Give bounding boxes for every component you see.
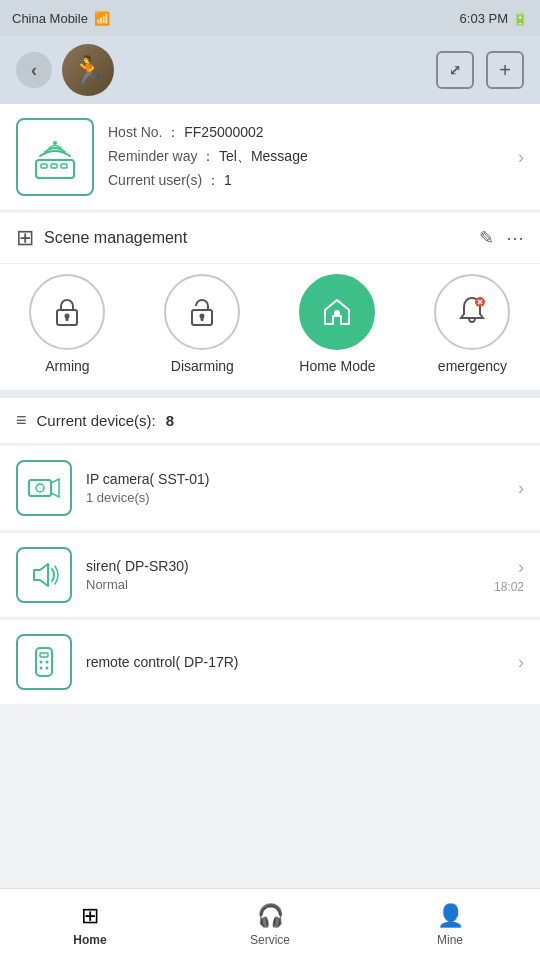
arming-circle — [29, 274, 105, 350]
grid-icon: ⊞ — [16, 225, 34, 251]
time-display: 6:03 PM — [460, 11, 508, 26]
ip-camera-list-item[interactable]: IP camera( SST-01) 1 device(s) › — [0, 446, 540, 531]
siren-icon-container — [16, 547, 72, 603]
svg-rect-15 — [29, 480, 51, 496]
add-button[interactable]: + — [486, 51, 524, 89]
device-details: Host No. ： FF25000002 Reminder way ： Tel… — [108, 121, 504, 192]
plus-icon: + — [499, 59, 511, 82]
carrier-icons: 📶 — [94, 11, 110, 26]
home-nav-item[interactable]: ⊞ Home — [0, 903, 180, 947]
devices-count: 8 — [166, 412, 174, 429]
svg-point-23 — [46, 667, 49, 670]
ip-camera-icon-container — [16, 460, 72, 516]
chevron-right-icon: › — [518, 147, 524, 168]
chevron-right-icon: › — [518, 652, 524, 673]
disarming-mode-button[interactable]: Disarming — [164, 274, 240, 374]
svg-rect-3 — [61, 164, 67, 168]
expand-icon: ⤢ — [449, 62, 461, 78]
ip-camera-meta: › — [518, 478, 524, 499]
back-icon: ‹ — [31, 60, 37, 81]
svg-point-21 — [46, 661, 49, 664]
status-bar: China Mobile 📶 6:03 PM 🔋 — [0, 0, 540, 36]
more-options-button[interactable]: ⋯ — [506, 227, 524, 249]
home-icon — [319, 294, 355, 330]
mine-nav-icon: 👤 — [437, 903, 464, 929]
arming-mode-button[interactable]: Arming — [29, 274, 105, 374]
remote-icon — [26, 644, 62, 680]
ip-camera-subtext: 1 device(s) — [86, 490, 504, 505]
svg-rect-10 — [201, 317, 204, 321]
siren-list-item[interactable]: siren( DP-SR30) Normal › 18:02 — [0, 533, 540, 618]
device-info-card[interactable]: Host No. ： FF25000002 Reminder way ： Tel… — [0, 104, 540, 211]
siren-time: 18:02 — [494, 580, 524, 594]
expand-button[interactable]: ⤢ — [436, 51, 474, 89]
modes-row: Arming Disarming Home Mode — [0, 264, 540, 398]
devices-header-label: Current device(s): — [37, 412, 156, 429]
emergency-label: emergency — [438, 358, 507, 374]
siren-subtext: Normal — [86, 577, 480, 592]
scene-action-icons: ✎ ⋯ — [479, 227, 524, 249]
svg-rect-0 — [36, 160, 74, 178]
reminder-info: Reminder way ： Tel、Message — [108, 145, 504, 169]
service-nav-label: Service — [250, 933, 290, 947]
svg-point-20 — [40, 661, 43, 664]
home-mode-button[interactable]: Home Mode — [299, 274, 375, 374]
arming-label: Arming — [45, 358, 89, 374]
svg-rect-2 — [51, 164, 57, 168]
home-nav-icon: ⊞ — [81, 903, 99, 929]
home-mode-circle — [299, 274, 375, 350]
emergency-mode-button[interactable]: emergency — [434, 274, 510, 374]
ip-camera-details: IP camera( SST-01) 1 device(s) — [86, 471, 504, 505]
back-button[interactable]: ‹ — [16, 52, 52, 88]
bottom-navigation: ⊞ Home 🎧 Service 👤 Mine — [0, 888, 540, 960]
service-nav-item[interactable]: 🎧 Service — [180, 903, 360, 947]
chevron-right-icon: › — [518, 478, 524, 499]
unlock-icon — [184, 294, 220, 330]
more-icon: ⋯ — [506, 227, 524, 249]
list-icon: ≡ — [16, 410, 27, 431]
edit-scene-button[interactable]: ✎ — [479, 227, 494, 249]
status-bar-right: 6:03 PM 🔋 — [460, 11, 528, 26]
mine-nav-item[interactable]: 👤 Mine — [360, 903, 540, 947]
nav-left: ‹ 🏃 — [16, 44, 114, 96]
disarming-circle — [164, 274, 240, 350]
ip-camera-name: IP camera( SST-01) — [86, 471, 504, 487]
svg-rect-19 — [40, 653, 48, 657]
devices-header: ≡ Current device(s): 8 — [0, 398, 540, 444]
svg-rect-1 — [41, 164, 47, 168]
siren-details: siren( DP-SR30) Normal — [86, 558, 480, 592]
chevron-right-icon: › — [518, 557, 524, 578]
bell-icon — [454, 294, 490, 330]
router-icon — [28, 130, 82, 184]
svg-rect-7 — [66, 317, 69, 321]
svg-point-22 — [40, 667, 43, 670]
svg-rect-18 — [36, 648, 52, 676]
siren-meta: › 18:02 — [494, 557, 524, 594]
remote-details: remote control( DP-17R) — [86, 654, 504, 670]
siren-name: siren( DP-SR30) — [86, 558, 480, 574]
mine-nav-label: Mine — [437, 933, 463, 947]
edit-icon: ✎ — [479, 227, 494, 249]
svg-point-16 — [36, 484, 44, 492]
home-mode-label: Home Mode — [299, 358, 375, 374]
top-navigation: ‹ 🏃 ⤢ + — [0, 36, 540, 104]
remote-icon-container — [16, 634, 72, 690]
emergency-circle — [434, 274, 510, 350]
remote-control-list-item[interactable]: remote control( DP-17R) › — [0, 620, 540, 705]
disarming-label: Disarming — [171, 358, 234, 374]
carrier-text: China Mobile — [12, 11, 88, 26]
lock-icon — [49, 294, 85, 330]
svg-marker-17 — [51, 479, 59, 497]
users-info: Current user(s) ： 1 — [108, 169, 504, 193]
device-icon-container — [16, 118, 94, 196]
speaker-icon — [26, 557, 62, 593]
svg-point-4 — [53, 141, 57, 145]
scene-management-label: Scene management — [44, 229, 469, 247]
camera-icon — [26, 470, 62, 506]
nav-right: ⤢ + — [436, 51, 524, 89]
battery-icon: 🔋 — [512, 11, 528, 26]
remote-meta: › — [518, 652, 524, 673]
scene-management-section: ⊞ Scene management ✎ ⋯ — [0, 213, 540, 264]
status-bar-left: China Mobile 📶 — [12, 11, 110, 26]
avatar-image: 🏃 — [71, 54, 106, 87]
